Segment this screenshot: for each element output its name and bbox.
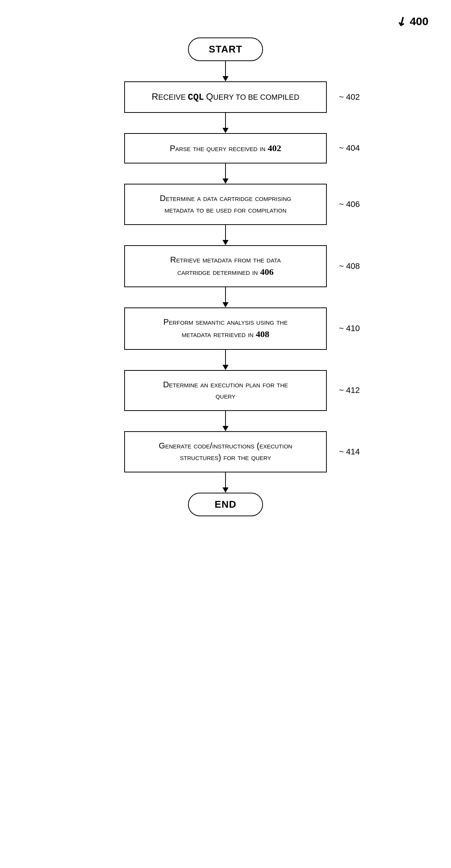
figure-arrow-icon: ↙ bbox=[394, 13, 409, 30]
step-412-ref: 412 bbox=[339, 385, 360, 396]
arrow-4-to-5 bbox=[222, 287, 229, 307]
arrow-2-to-3 bbox=[222, 163, 229, 184]
step-408-box: Retrieve metadata from the datacartridge… bbox=[124, 245, 327, 287]
step-414-ref: 414 bbox=[339, 446, 360, 458]
arrow-0-to-1 bbox=[222, 61, 229, 81]
arrow-5-to-6 bbox=[222, 350, 229, 370]
step-404-ref: 404 bbox=[339, 142, 360, 154]
start-node: START bbox=[188, 37, 263, 61]
figure-number: 400 bbox=[410, 15, 428, 28]
step-402-ref: 402 bbox=[339, 91, 360, 103]
step-408-ref: 408 bbox=[339, 261, 360, 272]
step-404-box: Parse the query received in 402 404 bbox=[124, 133, 327, 164]
step-414-label: Generate code/instructions (executionstr… bbox=[159, 441, 292, 462]
arrow-1-to-2 bbox=[222, 113, 229, 133]
diagram-container: ↙ 400 START RECEIVE CQL QUERY TO BE COMP… bbox=[0, 0, 451, 868]
step-410-ref: 410 bbox=[339, 323, 360, 334]
step-414-box: Generate code/instructions (executionstr… bbox=[124, 431, 327, 472]
step-408-label: Retrieve metadata from the datacartridge… bbox=[170, 255, 281, 277]
step-406-box: Determine a data cartridge comprisingmet… bbox=[124, 184, 327, 225]
arrow-6-to-7 bbox=[222, 411, 229, 431]
step-406-ref: 406 bbox=[339, 199, 360, 210]
step-402-label: RECEIVE CQL QUERY TO BE COMPILED bbox=[152, 92, 299, 102]
arrow-3-to-4 bbox=[222, 225, 229, 245]
end-node: END bbox=[188, 493, 263, 516]
step-412-label: Determine an execution plan for thequery bbox=[163, 380, 288, 401]
flowchart: START RECEIVE CQL QUERY TO BE COMPILED 4… bbox=[94, 37, 357, 516]
step-404-label: Parse the query received in 402 bbox=[170, 144, 281, 153]
arrow-7-to-end bbox=[222, 472, 229, 493]
step-410-label: Perform semantic analysis using themetad… bbox=[163, 317, 287, 339]
step-410-box: Perform semantic analysis using themetad… bbox=[124, 307, 327, 349]
step-412-box: Determine an execution plan for thequery… bbox=[124, 370, 327, 411]
step-406-label: Determine a data cartridge comprisingmet… bbox=[160, 193, 291, 214]
step-402-box: RECEIVE CQL QUERY TO BE COMPILED 402 bbox=[124, 81, 327, 113]
